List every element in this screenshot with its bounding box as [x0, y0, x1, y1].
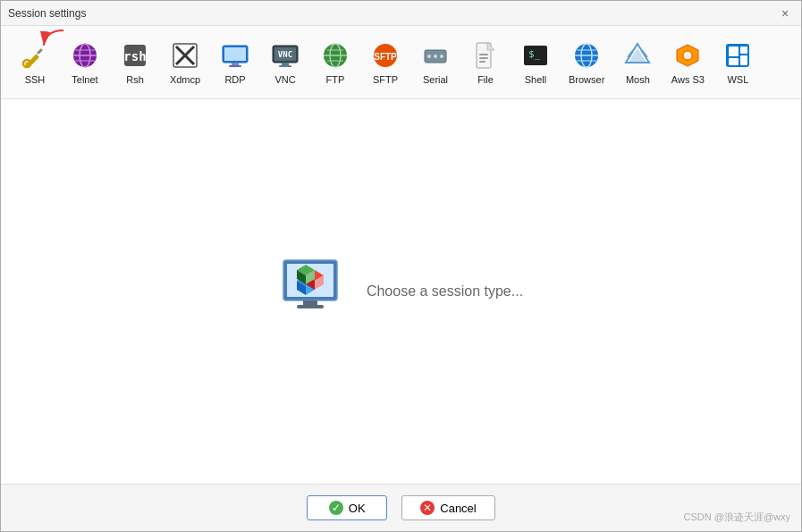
ok-icon: ✓ [329, 501, 343, 515]
session-type-rdp[interactable]: RDP [212, 35, 258, 89]
svg-rect-17 [232, 63, 239, 65]
svg-rect-39 [479, 61, 485, 63]
svg-point-3 [26, 63, 29, 65]
svg-rect-53 [740, 55, 747, 65]
dialog-title: Session settings [8, 7, 86, 20]
session-type-shell[interactable]: $_Shell [512, 35, 559, 89]
wsl-label: WSL [727, 74, 748, 85]
file-icon [469, 39, 502, 72]
serial-icon [419, 39, 452, 72]
svg-point-34 [440, 55, 443, 58]
session-type-browser[interactable]: Browser [562, 35, 611, 89]
svg-text:$_: $_ [528, 48, 541, 60]
browser-icon [570, 39, 603, 72]
awss3-icon [671, 39, 704, 72]
ssh-icon [19, 39, 51, 72]
cancel-icon: ✕ [420, 501, 435, 515]
session-type-xdmcp[interactable]: Xdmcp [162, 35, 208, 89]
session-settings-dialog: Session settings × SSHTelnetrshRshXdmcpR… [0, 0, 802, 532]
dialog-footer: ✓ OK ✕ Cancel [1, 484, 801, 531]
svg-rect-23 [279, 65, 291, 67]
svg-rect-22 [282, 63, 289, 65]
session-type-ssh[interactable]: SSH [12, 35, 58, 89]
file-label: File [477, 74, 494, 85]
ftp-label: FTP [326, 74, 345, 85]
session-type-wsl[interactable]: WSL [714, 35, 761, 89]
sftp-icon: SFTP [369, 39, 401, 72]
svg-rect-51 [729, 46, 739, 56]
svg-text:rsh: rsh [123, 49, 146, 63]
xdmcp-icon [169, 39, 201, 72]
browser-label: Browser [569, 74, 604, 85]
vnc-icon: VNC [269, 39, 301, 72]
wsl-icon [722, 39, 754, 72]
cancel-label: Cancel [440, 502, 476, 515]
svg-rect-18 [229, 65, 241, 67]
svg-rect-66 [303, 300, 317, 305]
ftp-icon [319, 39, 351, 72]
session-type-rsh[interactable]: rshRsh [112, 35, 158, 89]
svg-point-49 [683, 51, 692, 60]
rsh-icon: rsh [119, 39, 151, 72]
choose-area: Choose a session type... [279, 256, 523, 327]
session-type-ftp[interactable]: FTP [312, 35, 359, 89]
svg-rect-54 [729, 58, 739, 65]
cancel-button[interactable]: ✕ Cancel [401, 495, 494, 520]
main-content: Choose a session type... [1, 99, 801, 484]
session-type-telnet[interactable]: Telnet [62, 35, 108, 89]
session-type-bar: SSHTelnetrshRshXdmcpRDPVNCVNCFTPSFTPSFTP… [1, 26, 801, 99]
awss3-label: Aws S3 [671, 74, 705, 85]
close-button[interactable]: × [776, 4, 794, 22]
xdmcp-label: Xdmcp [170, 74, 200, 85]
svg-point-32 [427, 55, 431, 58]
svg-point-33 [434, 55, 437, 58]
vnc-label: VNC [274, 74, 295, 85]
choose-session-text: Choose a session type... [367, 283, 523, 300]
shell-icon: $_ [519, 39, 552, 72]
session-type-serial[interactable]: Serial [412, 35, 459, 89]
rsh-label: Rsh [126, 74, 144, 85]
rdp-label: RDP [224, 74, 245, 85]
session-type-mosh[interactable]: Mosh [614, 35, 661, 89]
session-type-vnc[interactable]: VNCVNC [262, 35, 308, 89]
ok-button[interactable]: ✓ OK [307, 495, 387, 520]
telnet-icon [69, 39, 101, 72]
session-type-awss3[interactable]: Aws S3 [664, 35, 711, 89]
svg-rect-38 [479, 57, 488, 59]
ok-label: OK [349, 502, 366, 515]
serial-label: Serial [423, 74, 448, 85]
svg-rect-67 [297, 305, 324, 308]
ssh-label: SSH [25, 74, 46, 85]
svg-rect-16 [224, 47, 246, 61]
session-type-sftp[interactable]: SFTPSFTP [362, 35, 409, 89]
session-type-file[interactable]: File [462, 35, 509, 89]
shell-label: Shell [525, 74, 546, 85]
svg-text:VNC: VNC [278, 50, 292, 59]
watermark: CSDN @浪迹天涯@wxy [683, 511, 790, 524]
title-bar: Session settings × [1, 1, 801, 26]
session-type-illustration [279, 256, 350, 327]
svg-rect-37 [479, 54, 488, 55]
svg-rect-4 [37, 48, 43, 55]
mosh-icon [621, 39, 654, 72]
sftp-label: SFTP [373, 74, 398, 85]
svg-rect-52 [740, 46, 747, 54]
mosh-label: Mosh [626, 74, 650, 85]
rdp-icon [219, 39, 251, 72]
telnet-label: Telnet [72, 74, 97, 85]
svg-text:SFTP: SFTP [374, 52, 397, 62]
